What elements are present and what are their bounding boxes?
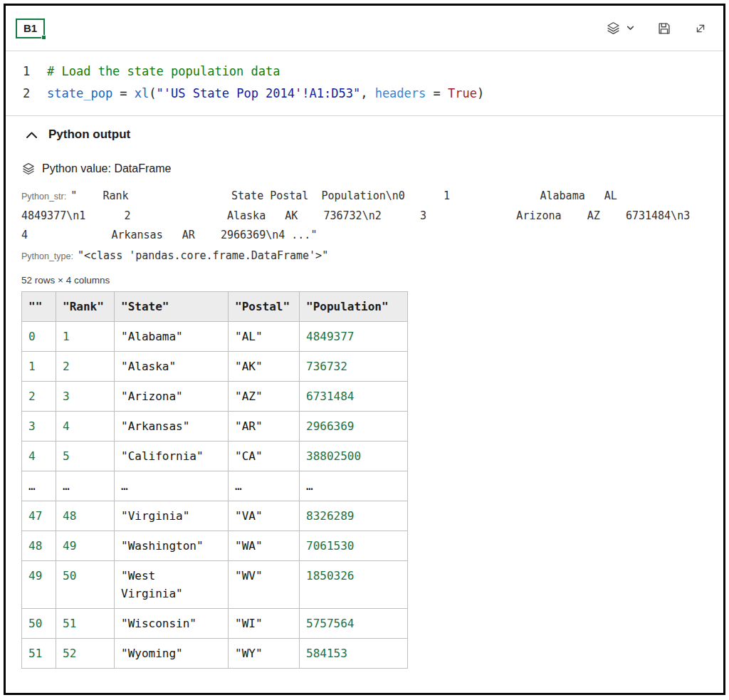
table-cell: 50 xyxy=(56,561,115,609)
table-cell: 51 xyxy=(22,639,56,669)
table-row: 12"Alaska""AK"736732 xyxy=(22,352,408,382)
python-type-label: Python_type: xyxy=(21,251,73,261)
table-cell: … xyxy=(300,471,408,501)
table-cell: 7061530 xyxy=(300,531,408,561)
table-cell: 38802500 xyxy=(300,442,408,471)
dataframe-layers-icon xyxy=(21,162,36,176)
table-cell: "Alaska" xyxy=(115,352,229,382)
python-str-preview: Python_str:" Rank State Postal Populatio… xyxy=(21,187,708,245)
column-header: "Postal" xyxy=(229,292,300,322)
table-cell: "WI" xyxy=(229,609,300,639)
python-value-label: Python value: DataFrame xyxy=(42,162,171,175)
table-cell: 2 xyxy=(56,352,115,382)
table-header-row: """Rank""State""Postal""Population" xyxy=(22,292,408,322)
code-line: 1# Load the state population data xyxy=(6,61,723,83)
table-row: 4748"Virginia""VA"8326289 xyxy=(22,501,408,531)
table-cell: "AK" xyxy=(229,352,300,382)
table-cell: 48 xyxy=(22,531,56,561)
table-cell: "WA" xyxy=(229,531,300,561)
cell-reference-label: B1 xyxy=(23,22,37,34)
table-cell: 3 xyxy=(56,382,115,412)
table-cell: 4849377 xyxy=(300,322,408,352)
table-cell: "AR" xyxy=(229,412,300,442)
table-row: 4950"West Virginia""WV"1850326 xyxy=(22,561,408,609)
table-cell: "AZ" xyxy=(229,382,300,412)
code-editor[interactable]: 1# Load the state population data2state_… xyxy=(6,51,723,116)
python-output-header[interactable]: Python output xyxy=(21,127,708,142)
python-object-type-dropdown[interactable] xyxy=(606,21,635,36)
code-line: 2state_pop = xl("'US State Pop 2014'!A1:… xyxy=(6,83,723,105)
topbar-icons xyxy=(606,21,708,36)
table-cell: 52 xyxy=(56,639,115,669)
table-cell: "Virginia" xyxy=(115,501,229,531)
dataframe-table: """Rank""State""Postal""Population" 01"A… xyxy=(21,291,408,669)
table-cell: "CA" xyxy=(229,442,300,471)
table-body: 01"Alabama""AL"484937712"Alaska""AK"7367… xyxy=(22,322,408,669)
editor-topbar: B1 xyxy=(6,6,723,51)
expand-icon xyxy=(693,21,708,36)
table-cell: 1 xyxy=(22,352,56,382)
table-row: 5051"Wisconsin""WI"5757564 xyxy=(22,609,408,639)
python-output-section: Python output Python value: DataFrame Py… xyxy=(6,116,723,669)
table-cell: "California" xyxy=(115,442,229,471)
code-text: # Load the state population data xyxy=(47,61,280,83)
column-header: "State" xyxy=(115,292,229,322)
table-row: 5152"Wyoming""WY"584153 xyxy=(22,639,408,669)
python-str-label: Python_str: xyxy=(21,192,66,202)
table-cell: … xyxy=(22,471,56,501)
table-cell: 5757564 xyxy=(300,609,408,639)
table-cell: 4 xyxy=(56,412,115,442)
table-row: 23"Arizona""AZ"6731484 xyxy=(22,382,408,412)
column-header: "Population" xyxy=(300,292,408,322)
table-cell: 49 xyxy=(22,561,56,609)
table-cell: 4 xyxy=(22,442,56,471)
line-number: 1 xyxy=(6,61,47,83)
python-type-line: Python_type:"<class 'pandas.core.frame.D… xyxy=(21,246,708,266)
table-cell: 1850326 xyxy=(300,561,408,609)
table-cell: "VA" xyxy=(229,501,300,531)
table-row: 45"California""CA"38802500 xyxy=(22,442,408,471)
table-cell: 2966369 xyxy=(300,412,408,442)
chevron-up-icon xyxy=(26,131,38,139)
table-cell: 50 xyxy=(22,609,56,639)
table-cell: … xyxy=(229,471,300,501)
table-row: 01"Alabama""AL"4849377 xyxy=(22,322,408,352)
table-cell: 3 xyxy=(22,412,56,442)
save-button[interactable] xyxy=(656,21,672,36)
table-cell: 8326289 xyxy=(300,501,408,531)
table-cell: 49 xyxy=(56,531,115,561)
table-cell: 0 xyxy=(22,322,56,352)
table-cell: "Wyoming" xyxy=(115,639,229,669)
cell-fill-handle xyxy=(41,35,46,40)
table-cell: 6731484 xyxy=(300,382,408,412)
code-text: state_pop = xl("'US State Pop 2014'!A1:D… xyxy=(47,83,484,105)
table-cell: 1 xyxy=(56,322,115,352)
python-str-value: " Rank State Postal Population\n0 1 Alab… xyxy=(21,189,728,241)
cell-reference-box[interactable]: B1 xyxy=(16,19,45,38)
expand-editor-button[interactable] xyxy=(693,21,708,36)
python-cell-editor-panel: B1 xyxy=(4,4,725,695)
table-cell: "Arizona" xyxy=(115,382,229,412)
table-cell: "AL" xyxy=(229,322,300,352)
column-header: "Rank" xyxy=(56,292,115,322)
python-value-row: Python value: DataFrame xyxy=(21,162,708,176)
python-type-value: "<class 'pandas.core.frame.DataFrame'>" xyxy=(78,249,328,262)
line-number: 2 xyxy=(6,83,47,105)
table-cell: "Wisconsin" xyxy=(115,609,229,639)
table-row: …………… xyxy=(22,471,408,501)
table-cell: … xyxy=(56,471,115,501)
chevron-down-icon xyxy=(626,23,635,33)
table-cell: 48 xyxy=(56,501,115,531)
python-object-layers-icon xyxy=(606,21,621,36)
table-cell: 584153 xyxy=(300,639,408,669)
table-cell: "Alabama" xyxy=(115,322,229,352)
dataframe-dimensions: 52 rows × 4 columns xyxy=(21,275,708,286)
table-cell: "Washington" xyxy=(115,531,229,561)
python-output-title: Python output xyxy=(48,127,130,142)
table-cell: 736732 xyxy=(300,352,408,382)
table-cell: … xyxy=(115,471,229,501)
table-cell: 5 xyxy=(56,442,115,471)
table-cell: 47 xyxy=(22,501,56,531)
save-icon xyxy=(656,21,672,36)
table-cell: 51 xyxy=(56,609,115,639)
